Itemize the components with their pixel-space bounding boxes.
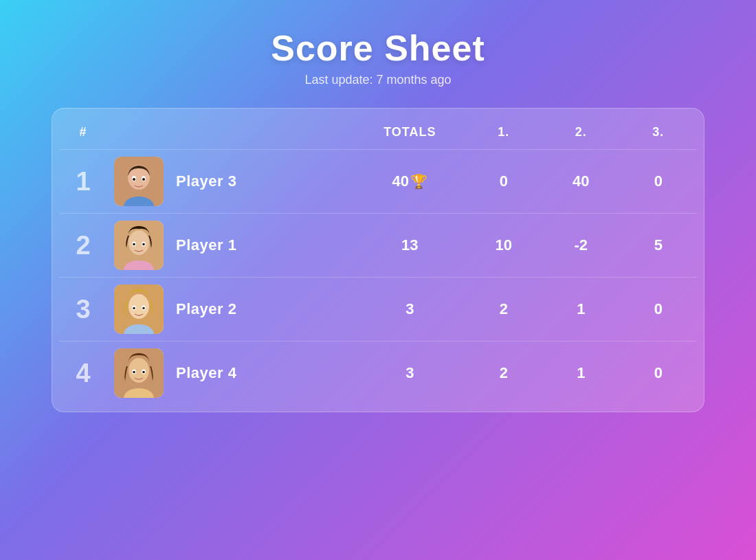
- col-player: [107, 115, 355, 150]
- svg-point-12: [133, 243, 135, 246]
- player-name: Player 2: [176, 300, 236, 318]
- table-row: 4 Player 4 3 2 1 0: [59, 341, 697, 405]
- player-cell: Player 1: [107, 214, 355, 278]
- table-header-row: # TOTALS 1. 2. 3.: [59, 115, 697, 150]
- col-round1: 1.: [465, 115, 542, 150]
- avatar: [114, 221, 164, 270]
- col-round2: 2.: [542, 115, 619, 150]
- totals-cell: 3: [355, 341, 465, 405]
- col-rank: #: [59, 115, 107, 150]
- round3-cell: 0: [620, 341, 697, 405]
- player-cell: Player 3: [107, 150, 355, 214]
- rank-cell: 3: [59, 278, 107, 341]
- table-row: 2 Player 1 13 10 -2 5: [59, 214, 697, 278]
- round2-cell: 1: [542, 341, 619, 405]
- avatar: [114, 157, 164, 206]
- rank-cell: 2: [59, 214, 107, 278]
- round2-cell: -2: [542, 214, 619, 278]
- svg-point-5: [133, 178, 135, 181]
- col-round3: 3.: [620, 115, 697, 150]
- round1-cell: 2: [465, 278, 542, 341]
- totals-cell: 13: [355, 214, 465, 278]
- svg-point-20: [142, 307, 145, 310]
- svg-point-19: [133, 307, 135, 310]
- player-cell: Player 4: [107, 341, 355, 405]
- totals-cell: 3: [355, 278, 465, 341]
- player-name: Player 1: [176, 236, 236, 254]
- round2-cell: 1: [542, 278, 619, 341]
- round3-cell: 0: [620, 150, 697, 214]
- round1-cell: 10: [465, 214, 542, 278]
- avatar: [114, 348, 164, 398]
- player-name: Player 3: [176, 172, 236, 190]
- svg-point-27: [142, 371, 145, 374]
- svg-point-26: [133, 371, 135, 374]
- page-title: Score Sheet: [271, 27, 485, 69]
- rank-cell: 1: [59, 150, 107, 214]
- round1-cell: 2: [465, 341, 542, 405]
- round1-cell: 0: [465, 150, 542, 214]
- round2-cell: 40: [542, 150, 619, 214]
- svg-point-2: [129, 168, 148, 184]
- last-update-label: Last update: 7 months ago: [304, 73, 451, 87]
- player-cell: Player 2: [107, 278, 355, 341]
- totals-cell: 40🏆: [355, 150, 465, 214]
- round3-cell: 5: [620, 214, 697, 278]
- score-table-container: # TOTALS 1. 2. 3. 1: [52, 108, 704, 412]
- table-row: 1 Player 3 40🏆 0 40 0: [59, 150, 697, 214]
- round3-cell: 0: [620, 278, 697, 341]
- score-table: # TOTALS 1. 2. 3. 1: [59, 115, 697, 405]
- table-row: 3 Player 2 3 2 1 0: [59, 278, 697, 341]
- avatar: [114, 284, 164, 334]
- player-name: Player 4: [176, 364, 236, 382]
- rank-cell: 4: [59, 341, 107, 405]
- svg-point-6: [142, 178, 145, 181]
- col-totals: TOTALS: [355, 115, 465, 150]
- svg-point-13: [142, 243, 145, 246]
